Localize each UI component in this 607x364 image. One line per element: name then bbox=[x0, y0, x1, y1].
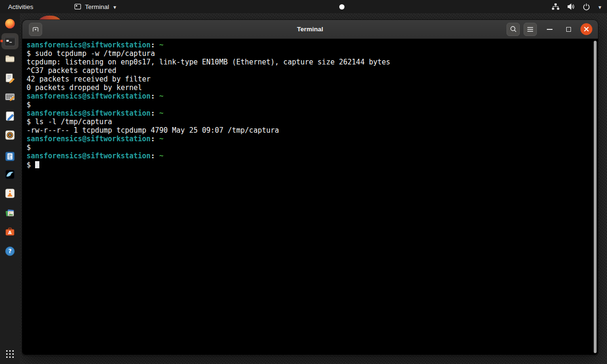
dock-vlc[interactable] bbox=[4, 188, 16, 199]
notes-pencil-icon bbox=[4, 73, 16, 84]
show-applications-button[interactable] bbox=[6, 350, 14, 358]
volume-icon bbox=[567, 2, 575, 11]
dock-help[interactable]: ? bbox=[4, 246, 16, 257]
dock-image-gallery[interactable] bbox=[4, 207, 16, 218]
activities-button[interactable]: Activities bbox=[5, 2, 36, 11]
dock-autopsy[interactable]: A bbox=[4, 226, 16, 237]
dock: A ? bbox=[0, 13, 20, 364]
maximize-button[interactable] bbox=[562, 27, 575, 32]
terminal-line: $ bbox=[27, 143, 593, 152]
terminal-icon bbox=[4, 36, 16, 46]
vlc-cone-icon bbox=[4, 188, 16, 199]
help-icon: ? bbox=[4, 246, 16, 257]
new-tab-icon bbox=[32, 26, 39, 33]
power-icon bbox=[582, 3, 590, 11]
terminal-line: 0 packets dropped by kernel bbox=[27, 83, 593, 92]
terminal-line: sansforensics@siftworkstation: ~ bbox=[27, 41, 593, 49]
system-status-area[interactable]: ▼ bbox=[552, 0, 602, 13]
terminal-line: tcpdump: listening on enp0s17, link-type… bbox=[27, 58, 593, 66]
notification-dot bbox=[339, 4, 344, 9]
blue-document-icon bbox=[4, 151, 16, 162]
chevron-down-icon: ▼ bbox=[112, 5, 117, 10]
text-cursor bbox=[35, 161, 39, 168]
dock-files[interactable] bbox=[4, 53, 16, 64]
speaker-icon bbox=[4, 129, 16, 141]
terminal-line: sansforensics@siftworkstation: ~ bbox=[27, 92, 593, 100]
svg-text:?: ? bbox=[9, 248, 12, 255]
dock-firefox[interactable] bbox=[4, 18, 16, 29]
image-gallery-icon bbox=[4, 207, 16, 218]
svg-text:A: A bbox=[8, 230, 12, 235]
terminal-line: sansforensics@siftworkstation: ~ bbox=[27, 109, 593, 118]
terminal-output: sansforensics@siftworkstation: ~$ sudo t… bbox=[22, 39, 598, 169]
terminal-line: sansforensics@siftworkstation: ~ bbox=[27, 135, 593, 143]
app-menu-terminal[interactable]: Terminal ▼ bbox=[74, 3, 117, 10]
wireshark-icon bbox=[4, 169, 16, 180]
dock-audio-app[interactable] bbox=[4, 129, 16, 141]
hamburger-menu-icon bbox=[527, 27, 534, 32]
terminal-line: $ bbox=[27, 100, 593, 109]
terminal-line: -rw-r--r-- 1 tcpdump tcpdump 4790 May 25… bbox=[27, 126, 593, 135]
close-icon bbox=[583, 26, 589, 32]
terminal-line: ^C37 packets captured bbox=[27, 66, 593, 75]
app-menu-label: Terminal bbox=[85, 3, 109, 10]
terminal-line: sansforensics@siftworkstation: ~ bbox=[27, 152, 593, 160]
menu-button[interactable] bbox=[524, 23, 537, 36]
firefox-icon bbox=[4, 18, 16, 29]
close-button[interactable] bbox=[580, 23, 592, 35]
minimize-button[interactable] bbox=[544, 29, 556, 30]
dock-text-editor[interactable] bbox=[4, 110, 16, 122]
terminal-line: $ sudo tcpdump -w /tmp/captura bbox=[27, 49, 593, 58]
scrollbar[interactable] bbox=[594, 41, 597, 353]
dock-hex-editor[interactable] bbox=[4, 91, 16, 103]
new-tab-button[interactable] bbox=[29, 23, 42, 36]
terminal-mini-icon bbox=[74, 3, 82, 10]
search-icon bbox=[510, 26, 517, 33]
network-icon bbox=[552, 3, 560, 11]
terminal-line: $ bbox=[27, 160, 593, 169]
dock-notes-editor[interactable] bbox=[4, 73, 16, 84]
terminal-content[interactable]: sansforensics@siftworkstation: ~$ sudo t… bbox=[22, 39, 598, 355]
terminal-window: Terminal sansforensics@siftworkstati bbox=[22, 20, 598, 355]
autopsy-toolbox-icon: A bbox=[4, 226, 16, 237]
terminal-line: $ ls -l /tmp/captura bbox=[27, 118, 593, 126]
search-button[interactable] bbox=[507, 23, 520, 36]
hex-editor-icon bbox=[4, 91, 16, 103]
terminal-line: 42 packets received by filter bbox=[27, 75, 593, 83]
running-indicator-dot bbox=[0, 40, 3, 42]
text-editor-pencil-icon bbox=[4, 110, 16, 122]
dock-terminal-active[interactable] bbox=[1, 33, 18, 49]
dock-wireshark[interactable] bbox=[4, 169, 16, 180]
apps-grid-icon bbox=[6, 350, 14, 358]
files-folder-icon bbox=[4, 53, 16, 64]
top-bar: Activities Terminal ▼ bbox=[0, 0, 607, 13]
dock-document-app[interactable] bbox=[4, 151, 16, 162]
chevron-down-icon: ▼ bbox=[598, 5, 602, 10]
window-titlebar[interactable]: Terminal bbox=[22, 20, 598, 39]
